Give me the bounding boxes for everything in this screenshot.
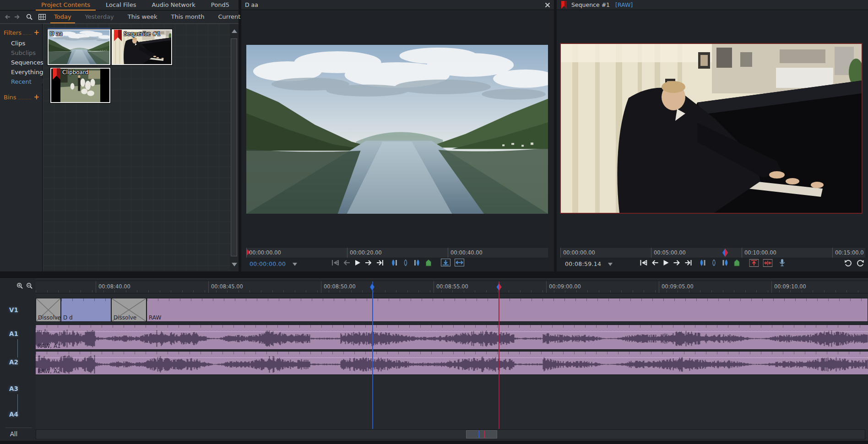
add-marker-icon[interactable] [733, 259, 741, 266]
sequence-position-marker-icon[interactable] [722, 249, 729, 257]
search-icon[interactable] [26, 13, 33, 21]
bin-content-area[interactable]: D aa Sequence #1 Clipboard [43, 24, 230, 270]
voiceover-mic-icon[interactable] [780, 259, 785, 267]
audio-clip-raw-a1[interactable]: RAW, A1 [36, 325, 868, 350]
clip-thumbnail-clipboard[interactable]: Clipboard [50, 68, 110, 103]
a3-a4-link-line [17, 394, 18, 412]
subtab-current[interactable]: Current [218, 11, 240, 23]
tab-audio-network[interactable]: Audio Network [152, 0, 195, 11]
timeline-scrollbar-thumb[interactable] [466, 430, 497, 439]
timecode-dropdown-icon[interactable] [608, 263, 613, 266]
audio-level-line[interactable] [36, 357, 868, 358]
step-forward-icon[interactable] [365, 260, 372, 266]
timeline-zoom-in-icon[interactable] [16, 282, 23, 289]
dissolve-transition-clip[interactable]: Dissolve [111, 298, 146, 322]
add-marker-icon[interactable] [425, 259, 432, 266]
raw-badge: [RAW] [615, 1, 633, 8]
forward-arrow-icon[interactable] [14, 14, 20, 20]
filter-subclips[interactable]: Subclips [0, 48, 42, 58]
sequence-video-display[interactable] [561, 44, 862, 213]
mark-in-icon[interactable] [699, 259, 706, 266]
bookmark-ribbon-icon [561, 1, 567, 9]
tab-local-files[interactable]: Local Files [106, 0, 136, 11]
ruler-label: 00:09:05.00 [659, 281, 694, 293]
track-header-a3[interactable]: A3 [0, 385, 27, 392]
timeline-horizontal-scrollbar[interactable] [36, 429, 865, 439]
undo-icon[interactable] [844, 260, 852, 266]
mark-in-icon[interactable] [391, 259, 398, 266]
timeline-marker-diamond-icon[interactable] [496, 283, 502, 291]
bin-scrollbar[interactable] [230, 24, 239, 270]
bin-tab-bar: Project Contents Local Files Audio Netwo… [0, 0, 239, 11]
track-lane-v1: Dissolve D d Dissolve RAW [36, 298, 868, 322]
go-to-start-icon[interactable] [331, 260, 339, 266]
go-to-end-icon[interactable] [685, 260, 692, 266]
tab-project-contents[interactable]: Project Contents [41, 0, 90, 11]
scroll-down-arrow[interactable] [232, 263, 237, 266]
step-forward-icon[interactable] [673, 260, 681, 266]
remove-section-icon[interactable] [749, 259, 759, 267]
filter-recent[interactable]: Recent [0, 77, 42, 87]
track-header-a2[interactable]: A2 [0, 358, 27, 366]
mark-point-icon[interactable] [402, 259, 409, 266]
track-header-v1[interactable]: V1 [0, 306, 27, 314]
source-viewer-title: D aa [245, 1, 258, 8]
timeline-track-header-gutter: V1 A1 A2 A3 A4 All [0, 278, 36, 441]
timeline-ruler[interactable]: 00:08:40.0000:08:45.0000:08:50.0000:08:5… [36, 281, 868, 293]
sequence-timecode[interactable]: 00:08:59.14 [565, 260, 601, 267]
bin-scrollbar-thumb[interactable] [231, 38, 237, 256]
timeline-zoom-out-icon[interactable] [26, 282, 33, 289]
subtab-this-week[interactable]: This week [128, 11, 157, 23]
track-header-a1[interactable]: A1 [0, 330, 27, 337]
audio-level-line[interactable] [36, 331, 868, 332]
all-divider [5, 428, 32, 428]
back-arrow-icon[interactable] [5, 14, 11, 20]
mark-out-icon[interactable] [722, 259, 729, 266]
source-viewer-ruler[interactable]: 00:00:00.0000:00:20.0000:00:40.00 [246, 247, 548, 258]
delete-close-gap-icon[interactable] [763, 259, 773, 267]
source-viewer-titlebar[interactable]: D aa [241, 0, 554, 10]
play-icon[interactable] [354, 260, 361, 266]
sequence-viewer-titlebar[interactable]: Sequence #1 [RAW] [557, 0, 868, 10]
insert-edit-icon[interactable] [441, 259, 450, 266]
scroll-up-arrow[interactable] [232, 29, 237, 33]
replace-edit-icon[interactable] [455, 259, 464, 266]
source-timecode[interactable]: 00:00:00.00 [250, 260, 286, 267]
go-to-start-icon[interactable] [640, 260, 647, 266]
mark-point-icon[interactable] [711, 259, 718, 266]
filter-everything[interactable]: Everything [0, 67, 42, 77]
subtab-yesterday[interactable]: Yesterday [85, 11, 114, 23]
source-video-display[interactable] [246, 45, 548, 214]
tile-view-icon[interactable] [38, 14, 46, 20]
subtab-this-month[interactable]: This month [171, 11, 205, 23]
filter-clips[interactable]: Clips [0, 38, 42, 48]
all-tracks-button[interactable]: All [0, 430, 27, 438]
timeline-marker-line[interactable] [499, 282, 499, 429]
track-header-a4[interactable]: A4 [0, 411, 27, 418]
subtab-today[interactable]: Today [54, 11, 71, 23]
clip-label: RAW [149, 314, 161, 321]
add-filter-button[interactable]: + [33, 28, 39, 37]
step-back-icon[interactable] [651, 260, 659, 266]
timecode-dropdown-icon[interactable] [293, 263, 297, 266]
sequence-thumbnail-sequence-1[interactable]: Sequence #1 [112, 29, 172, 65]
mark-out-icon[interactable] [413, 259, 421, 266]
clip-thumbnail-d-aa[interactable]: D aa [48, 29, 110, 65]
bins-dotted-leader [18, 94, 32, 99]
step-back-icon[interactable] [343, 260, 350, 266]
timeline-playhead-diamond-icon[interactable] [370, 283, 374, 291]
redo-icon[interactable] [856, 260, 864, 266]
filter-sequences[interactable]: Sequences [0, 58, 42, 67]
video-clip-raw[interactable]: RAW [146, 298, 868, 322]
timeline-playhead-line[interactable] [372, 282, 373, 429]
audio-clip-raw-a2[interactable]: RAW, A2 [36, 351, 868, 375]
tab-pond5[interactable]: Pond5 [211, 0, 229, 11]
play-icon[interactable] [663, 260, 669, 266]
audio-clip-label: RAW, A1 [38, 343, 61, 349]
video-clip-d-d[interactable]: D d [61, 298, 111, 322]
sequence-viewer-ruler[interactable]: 00:00:00.0000:05:00.0000:10:00.0000:15:0… [560, 247, 865, 258]
add-bin-button[interactable]: + [33, 93, 39, 101]
go-to-end-icon[interactable] [376, 260, 384, 266]
dissolve-transition-clip[interactable]: Dissolve [36, 298, 61, 322]
close-icon[interactable] [545, 2, 550, 8]
